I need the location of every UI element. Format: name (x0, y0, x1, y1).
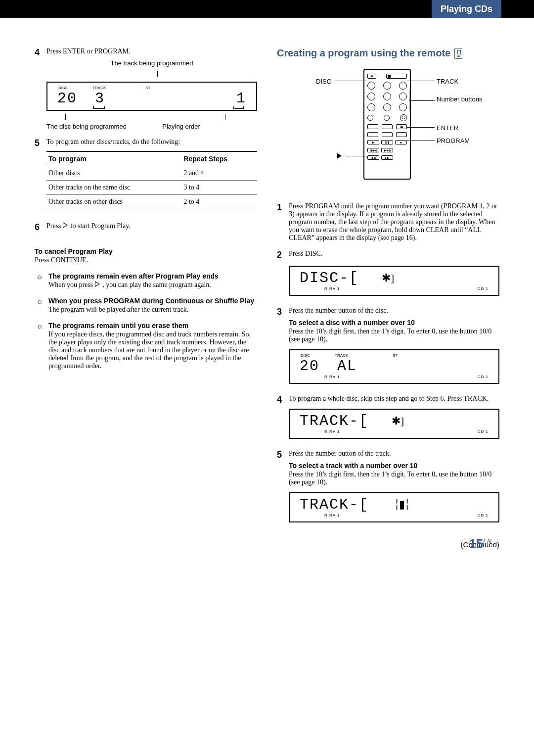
annot-disc: The disc being programmed (46, 123, 162, 130)
footer-left: R RA 1 (324, 375, 340, 379)
disc-value: 20 (57, 90, 77, 107)
step-6: 6 Press to start Program Play. (35, 222, 257, 233)
label-disc: DISC (58, 86, 68, 90)
play-icon (63, 222, 69, 228)
label-disc: DISC (316, 78, 331, 85)
step-4: 4 Press ENTER or PROGRAM. The track bein… (35, 47, 257, 130)
bulb-icon: ☼ (35, 297, 44, 314)
r-step-4: 4 To program a whole disc, skip this ste… (277, 395, 499, 442)
lcd-display: DISC TRACK ST 20 AL R RA 1 CD 1 (289, 349, 499, 384)
tip-2: ☼ When you press PROGRAM during Continuo… (35, 297, 257, 314)
footer-right: CD 1 (478, 375, 489, 379)
disc-value: 20 (300, 358, 319, 375)
remote-diagram: DISC TRACK Number buttons ENTER PROGRAM … (299, 69, 477, 188)
track-value: AL (337, 358, 357, 375)
display-main: DISC-[ (300, 270, 359, 286)
step-number: 3 (277, 307, 289, 387)
cancel-body: Press CONTINUE. (35, 256, 257, 264)
step-text: To program a whole disc, skip this step … (289, 395, 499, 403)
r-step-3: 3 Press the number button of the disc. T… (277, 307, 499, 387)
display-main: TRACK-[ (300, 413, 369, 429)
lcd-display: DISC TRACK ST 20 3 1 (46, 82, 257, 111)
tip-head: The programs remain even after Program P… (48, 272, 219, 280)
play-icon (95, 281, 101, 287)
r-step-5: 5 Press the number button of the track. … (277, 450, 499, 525)
table-row: Other tracks on other discs2 to 4 (46, 195, 257, 209)
right-column: Creating a program using the remote DISC… (277, 47, 499, 549)
lcd-display: DISC-[ ✱] R RA 1 CD 1 (289, 266, 499, 296)
th-toprogram: To program (46, 151, 181, 166)
table-row: Other discs2 and 4 (46, 166, 257, 181)
tip-body: The program will be played after the cur… (48, 306, 254, 314)
label-st: ST (145, 86, 150, 90)
r-step-1: 1 Press PROGRAM until the program number… (277, 202, 499, 242)
left-column: 4 Press ENTER or PROGRAM. The track bein… (35, 47, 257, 549)
sub-body: Press the 10’s digit first, then the 1’s… (289, 471, 499, 486)
step-text: Press the number button of the disc. (289, 307, 499, 315)
chapter-title: Playing CDs (432, 0, 501, 18)
step-number: 1 (277, 202, 289, 242)
program-table: To program Repeat Steps Other discs2 and… (46, 151, 257, 209)
footer-right: CD 1 (478, 286, 489, 291)
cursor-icon: ✱] (392, 415, 404, 427)
footer-left: R RA 1 (324, 429, 340, 434)
label-number: Number buttons (437, 95, 483, 103)
step-text: To program other discs/tracks, do the fo… (46, 138, 257, 146)
label-track: TRACK (92, 86, 106, 90)
text-after: to start Program Play. (71, 222, 131, 230)
step-text: Press PROGRAM until the program number y… (289, 202, 499, 242)
step-text: Press the number button of the track. (289, 450, 499, 458)
tip-body: When you press , you can play the same p… (48, 281, 219, 289)
cancel-head: To cancel Program Play (35, 247, 257, 255)
table-row: Other tracks on the same disc3 to 4 (46, 181, 257, 195)
step-number: 5 (35, 138, 46, 214)
bulb-icon: ☼ (35, 322, 44, 370)
caption-top: The track being programmed (46, 59, 257, 67)
page-number: 15EN (469, 536, 491, 552)
footer-right: CD 1 (478, 513, 489, 518)
section-heading: Creating a program using the remote (277, 47, 499, 59)
cursor-icon: ✱] (382, 272, 394, 284)
tip-body: If you replace discs, the programmed dis… (48, 331, 257, 370)
tip-1: ☼ The programs remain even after Program… (35, 272, 257, 289)
step-5: 5 To program other discs/tracks, do the … (35, 138, 257, 214)
sub-body: Press the 10’s digit first, then the 1’s… (289, 328, 499, 343)
annot-order: Playing order (162, 123, 200, 130)
track-cursor-icon: ╎▮╎ (394, 498, 409, 511)
step-number: 6 (35, 222, 46, 233)
page-body: 4 Press ENTER or PROGRAM. The track bein… (0, 18, 534, 568)
tip-head: When you press PROGRAM during Continuous… (48, 297, 254, 305)
bulb-icon: ☼ (35, 272, 44, 289)
r-step-2: 2 Press DISC. DISC-[ ✱] R RA 1 CD 1 (277, 250, 499, 299)
continued-label: (Continued) (277, 540, 499, 549)
sub-head: To select a track with a number over 10 (289, 462, 499, 470)
remote-icon (454, 48, 462, 59)
text-before: Press (46, 222, 63, 230)
label-enter: ENTER (437, 124, 458, 132)
lcd-display: TRACK-[ ╎▮╎ R RA 1 CD 1 (289, 492, 499, 522)
footer-left: R RA 1 (324, 286, 340, 291)
step-number: 5 (277, 450, 289, 525)
label-track: TRACK (437, 78, 458, 85)
tip-3: ☼ The programs remain until you erase th… (35, 322, 257, 370)
step-number: 2 (277, 250, 289, 299)
th-repeat: Repeat Steps (181, 151, 257, 166)
lcd-display: TRACK-[ ✱] R RA 1 CD 1 (289, 409, 499, 439)
remote-body: ⏏ ⏏ ▶❚❚■ ▮◀◀▶▶▮ ◀◀▶▶ (363, 69, 411, 180)
tip-head: The programs remain until you erase them (48, 322, 257, 330)
footer-right: CD 1 (478, 429, 489, 434)
label-program: PROGRAM (437, 137, 470, 144)
order-value: 1 (236, 90, 246, 107)
step-text: Press ENTER or PROGRAM. (46, 47, 257, 55)
cancel-section: To cancel Program Play Press CONTINUE. (35, 247, 257, 264)
display-main: TRACK-[ (300, 496, 369, 513)
play-icon (336, 153, 343, 160)
step-number: 4 (277, 395, 289, 442)
step-text: Press DISC. (289, 250, 499, 258)
header-bar: Playing CDs (0, 0, 534, 18)
sub-head: To select a disc with a number over 10 (289, 319, 499, 327)
footer-left: R RA 1 (324, 513, 340, 518)
step-number: 4 (35, 47, 46, 130)
track-value: 3 (95, 90, 105, 107)
